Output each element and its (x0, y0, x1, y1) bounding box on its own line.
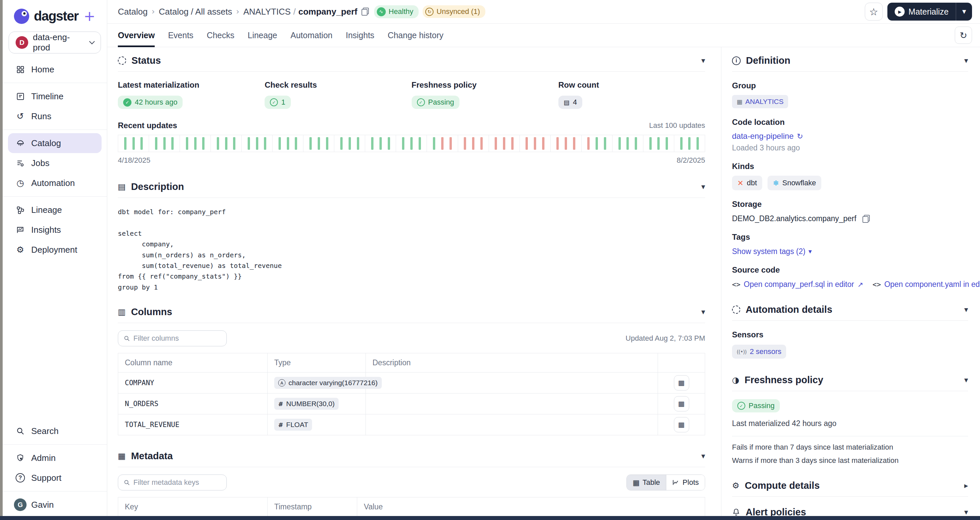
sidebar-item-jobs[interactable]: Jobs (3, 153, 107, 173)
update-tick[interactable] (573, 137, 575, 150)
update-tick[interactable] (171, 137, 173, 150)
update-tick[interactable] (450, 137, 452, 150)
column-lineage-button[interactable]: ▦ (674, 375, 689, 391)
update-tick[interactable] (464, 137, 466, 150)
update-tick[interactable] (511, 137, 514, 150)
copy-icon[interactable] (361, 8, 369, 16)
update-tick[interactable] (140, 137, 143, 150)
unsynced-badge[interactable]: ↻ Unsynced (1) (423, 5, 485, 18)
update-tick[interactable] (680, 137, 682, 150)
filter-metadata-input[interactable] (134, 478, 221, 487)
show-system-tags-link[interactable]: Show system tags (2) ▼ (732, 247, 812, 256)
update-tick[interactable] (309, 137, 312, 150)
collapse-caret-icon[interactable]: ▼ (701, 184, 705, 190)
materialize-button[interactable]: ▶ Materialize (888, 6, 956, 17)
update-tick[interactable] (697, 137, 699, 150)
expand-caret-icon[interactable]: ▶ (964, 483, 968, 489)
update-tick[interactable] (472, 137, 474, 150)
update-tick[interactable] (418, 137, 421, 150)
sensors-badge[interactable]: ((•)) 2 sensors (732, 345, 786, 359)
copy-icon[interactable] (862, 215, 870, 223)
update-tick[interactable] (225, 137, 228, 150)
update-tick[interactable] (649, 137, 652, 150)
materialize-dropdown-caret[interactable]: ▼ (956, 9, 972, 14)
breadcrumb-catalog[interactable]: Catalog (118, 6, 148, 17)
update-tick[interactable] (534, 137, 536, 150)
group-badge[interactable]: ▦ ANALYTICS (732, 95, 788, 108)
collapse-caret-icon[interactable]: ▼ (964, 377, 968, 383)
update-tick[interactable] (233, 137, 235, 150)
update-tick[interactable] (410, 137, 413, 150)
freshness-badge[interactable]: ✓ Passing (412, 95, 460, 109)
collapse-caret-icon[interactable]: ▼ (964, 307, 968, 313)
sidebar-item-insights[interactable]: Insights (3, 220, 107, 240)
collapse-caret-icon[interactable]: ▼ (964, 509, 968, 515)
update-tick[interactable] (340, 137, 343, 150)
toggle-table-view[interactable]: ▦ Table (627, 475, 666, 490)
update-tick[interactable] (194, 137, 197, 150)
sidebar-item-search[interactable]: Search (3, 421, 107, 441)
sidebar-item-timeline[interactable]: Timeline (3, 86, 107, 106)
open-sql-link[interactable]: <> Open company_perf.sql in editor ↗ (732, 280, 863, 289)
tab-insights[interactable]: Insights (345, 24, 374, 47)
check-results-badge[interactable]: ✓ 1 (264, 95, 291, 109)
update-tick[interactable] (124, 137, 126, 150)
update-tick[interactable] (503, 137, 505, 150)
sidebar-item-user[interactable]: G Gavin (3, 495, 107, 515)
update-tick[interactable] (379, 137, 382, 150)
reload-icon[interactable]: ↻ (797, 132, 803, 140)
tab-events[interactable]: Events (168, 24, 193, 47)
update-tick[interactable] (163, 137, 165, 150)
tab-change-history[interactable]: Change history (388, 24, 444, 47)
sidebar-item-automation[interactable]: ◷ Automation (3, 173, 107, 193)
breadcrumb-all-assets[interactable]: Catalog / All assets (159, 6, 232, 17)
sidebar-item-home[interactable]: Home (3, 59, 107, 80)
update-tick[interactable] (525, 137, 528, 150)
health-status-badge[interactable]: ∿ Healthy (374, 5, 419, 18)
filter-columns-input[interactable] (134, 334, 221, 343)
column-lineage-button[interactable]: ▦ (674, 396, 689, 412)
tab-checks[interactable]: Checks (207, 24, 234, 47)
collapse-caret-icon[interactable]: ▼ (701, 309, 705, 315)
update-tick[interactable] (433, 137, 435, 150)
update-tick[interactable] (202, 137, 205, 150)
dagster-logo[interactable]: dagster + (3, 0, 107, 26)
collapse-caret-icon[interactable]: ▼ (701, 58, 705, 64)
deployment-switcher[interactable]: D data-eng-prod (9, 32, 101, 54)
update-tick[interactable] (666, 137, 668, 150)
update-tick[interactable] (619, 137, 621, 150)
sidebar-item-lineage[interactable]: Lineage (3, 200, 107, 220)
latest-materialization-badge[interactable]: ✓ 42 hours ago (118, 95, 183, 109)
code-location-link[interactable]: data-eng-pipeline (732, 132, 794, 141)
column-lineage-button[interactable]: ▦ (674, 417, 689, 433)
filter-columns-field[interactable] (118, 331, 227, 346)
tab-lineage[interactable]: Lineage (248, 24, 277, 47)
update-tick[interactable] (565, 137, 567, 150)
sidebar-item-deployment[interactable]: ⚙ Deployment (3, 240, 107, 260)
update-tick[interactable] (318, 137, 320, 150)
update-tick[interactable] (248, 137, 250, 150)
tab-overview[interactable]: Overview (118, 24, 155, 47)
update-tick[interactable] (357, 137, 359, 150)
collapse-caret-icon[interactable]: ▼ (701, 453, 705, 459)
update-tick[interactable] (495, 137, 497, 150)
update-tick[interactable] (256, 137, 258, 150)
sidebar-item-admin[interactable]: Admin (3, 448, 107, 468)
open-yaml-link[interactable]: <> Open component.yaml in editor ↗ (872, 280, 980, 289)
update-tick[interactable] (635, 137, 637, 150)
breadcrumb-group[interactable]: ANALYTICS (243, 6, 291, 17)
toggle-plots-view[interactable]: Plots (666, 475, 705, 490)
update-tick[interactable] (480, 137, 483, 150)
sidebar-item-runs[interactable]: ↺ Runs (3, 106, 107, 126)
tab-automation[interactable]: Automation (291, 24, 332, 47)
update-tick[interactable] (186, 137, 188, 150)
update-tick[interactable] (155, 137, 158, 150)
update-tick[interactable] (278, 137, 281, 150)
favorite-star-button[interactable]: ☆ (865, 3, 883, 21)
refresh-button[interactable]: ↻ (955, 27, 972, 44)
update-tick[interactable] (657, 137, 660, 150)
update-tick[interactable] (287, 137, 289, 150)
collapse-caret-icon[interactable]: ▼ (964, 58, 968, 64)
update-tick[interactable] (388, 137, 390, 150)
update-tick[interactable] (348, 137, 351, 150)
